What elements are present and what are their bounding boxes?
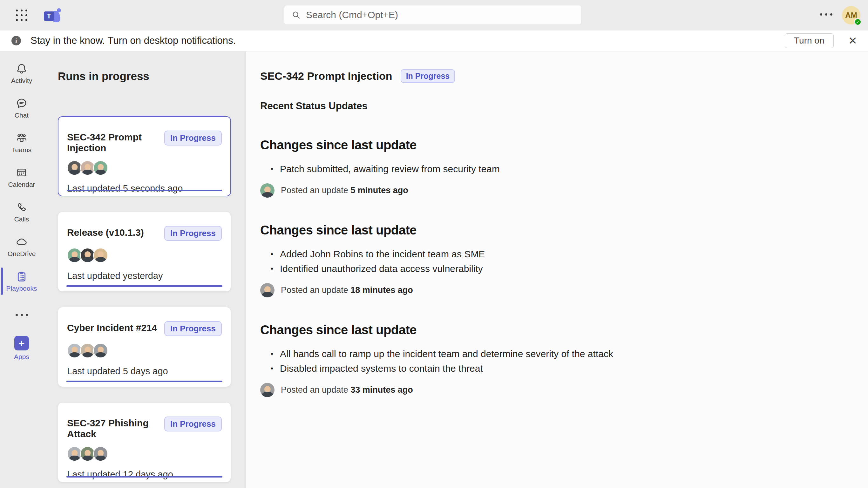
member-avatar [80,343,95,358]
posted-prefix: Posted an update [281,385,350,395]
posted-text: Posted an update 5 minutes ago [281,186,408,195]
teams-app-window: T AM ✓ i Stay in the know. Turn on deskt… [0,0,868,488]
update-heading: Changes since last update [260,223,849,237]
member-avatar [67,343,82,358]
phone-icon [15,201,28,214]
clipboard-icon [15,270,28,283]
apps-plus-icon: + [14,336,29,350]
run-card[interactable]: Cyber Incident #214 In Progress Last upd… [58,307,231,387]
sidebar-item-calendar[interactable]: Calendar [0,160,43,194]
last-updated-text: Last updated 5 seconds ago [67,183,222,194]
card-top: SEC-327 Phishing Attack In Progress [67,417,222,439]
bullet-item: •Disabled impacted systems to contain th… [260,361,849,376]
member-avatar [67,248,82,263]
bullet-item: •Added John Robins to the incident team … [260,247,849,262]
posted-text: Posted an update 18 minutes ago [281,285,413,295]
posted-time: 33 minutes ago [350,385,413,395]
status-update: Changes since last update •Patch submitt… [260,138,849,197]
cloud-icon [15,236,28,248]
run-card-title: Cyber Incident #214 [67,321,157,333]
member-avatar [67,447,82,461]
turn-on-button[interactable]: Turn on [785,33,833,48]
run-card-list: SEC-342 Prompt Injection In Progress Las… [58,116,231,482]
progress-bar [66,285,222,287]
bullet-dot: • [267,247,277,262]
sidebar-item-teams[interactable]: Teams [0,125,43,160]
sidebar-item-apps[interactable]: + Apps [14,336,29,361]
card-top: SEC-342 Prompt Injection In Progress [67,130,222,153]
card-avatars [67,343,222,358]
app-rail: Activity Chat Teams Calendar Calls OneDr… [0,52,43,488]
run-card[interactable]: SEC-327 Phishing Attack In Progress Last… [58,402,231,482]
sidebar-item-playbooks[interactable]: Playbooks [0,264,43,298]
member-avatar [93,447,108,461]
run-header: SEC-342 Prompt Injection In Progress [260,69,849,83]
status-badge: In Progress [164,226,222,241]
member-avatar [80,160,95,175]
member-avatar [93,248,108,263]
update-bullets: •Patch submitted, awaiting review from s… [260,162,849,176]
member-avatar [80,248,95,263]
progress-bar [67,190,222,191]
bell-icon [15,62,28,75]
member-avatar [93,343,108,358]
bullet-item: •All hands call to ramp up the incident … [260,346,849,361]
status-badge: In Progress [164,321,222,336]
bullet-text: Patch submitted, awaiting review from se… [280,162,500,176]
sidebar-item-chat[interactable]: Chat [0,91,43,125]
status-update-list: Changes since last update •Patch submitt… [260,138,849,397]
search-input[interactable] [306,9,574,20]
section-title: Recent Status Updates [260,100,849,112]
rail-more-button[interactable] [16,305,28,325]
people-icon [15,131,28,144]
posted-row: Posted an update 33 minutes ago [260,383,849,397]
more-options-button[interactable] [820,13,832,16]
card-top: Release (v10.1.3) In Progress [67,226,222,241]
apps-label: Apps [14,353,29,361]
update-bullets: •All hands call to ramp up the incident … [260,346,849,376]
bullet-dot: • [267,162,277,176]
top-bar: T AM ✓ [0,0,868,30]
posted-text: Posted an update 33 minutes ago [281,385,413,395]
bullet-text: Added John Robins to the incident team a… [280,247,485,262]
waffle-menu-icon[interactable] [16,9,28,22]
run-card-title: SEC-342 Prompt Injection [67,130,164,153]
member-avatar [93,160,108,175]
search-icon [291,10,301,20]
info-icon: i [11,36,21,45]
sidebar-item-calls[interactable]: Calls [0,194,43,229]
posted-time: 18 minutes ago [350,285,413,295]
card-avatars [67,447,222,461]
card-top: Cyber Incident #214 In Progress [67,321,222,336]
run-detail-pane: SEC-342 Prompt Injection In Progress Rec… [246,52,868,488]
status-update: Changes since last update •All hands cal… [260,323,849,397]
teams-logo-icon: T [44,8,60,23]
update-heading: Changes since last update [260,138,849,152]
bullet-text: All hands call to ramp up the incident t… [280,346,613,361]
run-card[interactable]: SEC-342 Prompt Injection In Progress Las… [58,116,231,196]
ellipsis-icon [820,13,832,16]
bullet-item: •Identified unauthorized data access vul… [260,262,849,276]
chat-icon [15,97,28,110]
profile-avatar[interactable]: AM ✓ [842,6,860,25]
sidebar-item-activity[interactable]: Activity [0,56,43,91]
close-icon[interactable]: ✕ [848,35,858,46]
run-card-title: SEC-327 Phishing Attack [67,417,164,439]
sidebar-item-onedrive[interactable]: OneDrive [0,229,43,264]
progress-bar [66,476,222,478]
last-updated-text: Last updated 5 days ago [67,366,222,376]
status-update: Changes since last update •Added John Ro… [260,223,849,297]
page-body: Activity Chat Teams Calendar Calls OneDr… [0,52,868,488]
posted-time: 5 minutes ago [350,186,408,195]
rail-items: Activity Chat Teams Calendar Calls OneDr… [0,56,43,298]
poster-avatar [260,283,275,297]
panel-title: Runs in progress [58,70,246,83]
run-title: SEC-342 Prompt Injection [260,70,392,82]
search-box[interactable] [284,5,582,25]
bullet-dot: • [267,262,277,276]
update-bullets: •Added John Robins to the incident team … [260,247,849,276]
run-card[interactable]: Release (v10.1.3) In Progress Last updat… [58,212,231,292]
status-badge: In Progress [164,417,222,431]
presence-available-icon: ✓ [854,18,862,26]
poster-avatar [260,383,275,397]
